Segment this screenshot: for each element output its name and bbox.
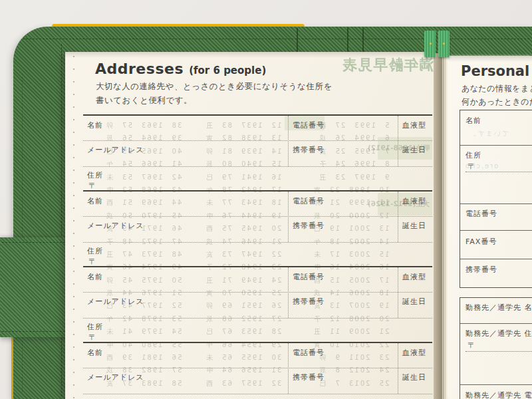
email-label: メールアドレス <box>87 297 144 307</box>
name-label: 名前 <box>87 348 103 358</box>
cover-stitching <box>23 39 529 39</box>
ghost-mirrored-age-chart-title: 満年齢早見表 <box>334 55 434 75</box>
birthday-label: 誕生日 <box>402 372 426 382</box>
name-label: 名前 <box>87 120 103 130</box>
column-separator <box>398 343 398 394</box>
row-separator <box>460 384 532 385</box>
address-block: 名前 電話番号 血液型 メールアドレス 携帯番号 誕生日 住所 〒 <box>83 114 432 190</box>
address-block: 名前 電話番号 血液型 メールアドレス 携帯番号 誕生日 住所 〒 <box>83 266 432 342</box>
address-table: 名前 電話番号 血液型 メールアドレス 携帯番号 誕生日 住所 〒 名前 電話番… <box>83 114 432 399</box>
right-page: Personal I あなたの情報をまと 何かあったときのた ています。 ore… <box>448 56 532 399</box>
email-label: メールアドレス <box>87 145 144 155</box>
address-block: 名前 電話番号 血液型 メールアドレス 携帯番号 誕生日 住所 <box>83 342 432 399</box>
work-address-label: 勤務先／通学先 住所 <box>466 329 532 338</box>
row-separator <box>460 203 532 204</box>
row-separator <box>83 368 432 368</box>
blood-type-label: 血液型 <box>402 348 426 358</box>
birthday-label: 誕生日 <box>402 145 426 155</box>
page-stack-edge <box>444 53 445 399</box>
cover-seam <box>362 28 364 53</box>
row-separator <box>83 140 432 141</box>
postal-mark: 〒 <box>467 340 475 351</box>
phone-label: 電話番号 <box>466 209 497 219</box>
name-label: 名前 <box>87 196 103 206</box>
address-label: 住所 <box>87 246 103 256</box>
column-separator <box>288 343 289 394</box>
name-label: 名前 <box>466 116 481 126</box>
column-separator <box>398 116 398 166</box>
loop-stitch-dot <box>430 43 432 45</box>
work-school-box: 勤務先／通学先 名称 勤務先／通学先 住所 〒 勤務先／通学先 電話番 <box>460 297 532 399</box>
column-separator <box>398 267 398 318</box>
row-separator <box>83 318 432 319</box>
strap-stitching <box>2 331 65 332</box>
birthday-label: 誕生日 <box>402 297 426 307</box>
photo-of-planner: { "scene": { "backdrop_color": "#e9e6e3"… <box>0 0 532 399</box>
personal-info-title: Personal I <box>461 63 532 79</box>
mobile-label: 携帯番号 <box>293 145 325 155</box>
cover-seam <box>347 28 348 53</box>
addresses-title: Addresses (for 6 people) <box>95 61 266 77</box>
personal-intro-line2: 何かあったときのた <box>462 96 532 108</box>
phone-label: 電話番号 <box>293 196 325 206</box>
addresses-title-text: Addresses <box>95 61 184 77</box>
row-separator <box>460 259 532 259</box>
column-separator <box>288 192 289 242</box>
blood-type-label: 血液型 <box>402 120 426 130</box>
addresses-intro-line2: 書いておくと便利です。 <box>96 95 192 106</box>
page-stack-edge <box>446 53 447 399</box>
cover-strap <box>0 237 67 337</box>
address-label: 住所 <box>87 170 103 180</box>
row-separator <box>83 394 432 394</box>
personal-intro-line1: あなたの情報をまと <box>462 83 532 94</box>
cover-stitching <box>61 44 62 396</box>
cover-stitching <box>22 73 23 392</box>
left-page: Addresses (for 6 people) 大切な人の連絡先や、とっさのと… <box>65 52 435 399</box>
loop-stitch-dot <box>443 43 445 45</box>
pen-loop <box>424 31 450 57</box>
blood-type-label: 血液型 <box>402 196 426 206</box>
personal-info-box: 名前 住所 〒 電話番号 FAX番号 携帯番号 <box>460 110 532 288</box>
addresses-title-note-text: (for 6 people) <box>189 65 266 76</box>
page-perforation-dots <box>73 56 74 399</box>
column-separator <box>288 267 289 318</box>
row-separator <box>460 145 532 146</box>
name-label: 名前 <box>87 272 103 282</box>
addresses-title-note: (for 6 people) <box>189 65 266 76</box>
postal-mark: 〒 <box>467 161 475 172</box>
write-in-dotted-line <box>466 351 532 352</box>
row-separator <box>83 166 432 167</box>
cover-seam <box>297 28 298 53</box>
strap-stitching <box>2 242 65 243</box>
row-separator <box>460 323 532 324</box>
email-label: メールアドレス <box>87 372 144 382</box>
phone-label: 電話番号 <box>293 348 325 358</box>
mobile-label: 携帯番号 <box>293 372 325 382</box>
write-in-dotted-line <box>466 172 532 172</box>
row-separator <box>83 216 432 217</box>
address-block: 名前 電話番号 血液型 メールアドレス 携帯番号 誕生日 住所 〒 <box>83 190 432 266</box>
work-phone-label: 勤務先／通学先 電話番 <box>466 390 532 399</box>
page-shadow <box>448 56 532 62</box>
mobile-label: 携帯番号 <box>293 297 325 307</box>
addresses-intro-line1: 大切な人の連絡先や、とっさのとき必要になりそうな住所を <box>96 81 332 92</box>
page-stack-edge <box>442 53 443 399</box>
email-label: メールアドレス <box>87 221 144 231</box>
address-label: 住所 <box>87 322 103 332</box>
row-separator <box>83 292 432 293</box>
address-label: 住所 <box>466 150 481 160</box>
row-separator <box>83 242 432 243</box>
phone-label: 電話番号 <box>293 272 325 282</box>
mobile-label: 携帯番号 <box>466 265 497 275</box>
blood-type-label: 血液型 <box>402 272 426 282</box>
row-separator <box>460 230 532 231</box>
work-name-label: 勤務先／通学先 名称 <box>466 303 532 313</box>
phone-label: 電話番号 <box>293 120 325 130</box>
page-gutter <box>434 53 448 399</box>
column-separator <box>288 116 289 166</box>
fax-label: FAX番号 <box>466 237 497 247</box>
column-separator <box>398 192 398 242</box>
mobile-label: 携帯番号 <box>293 221 325 231</box>
birthday-label: 誕生日 <box>402 221 426 231</box>
